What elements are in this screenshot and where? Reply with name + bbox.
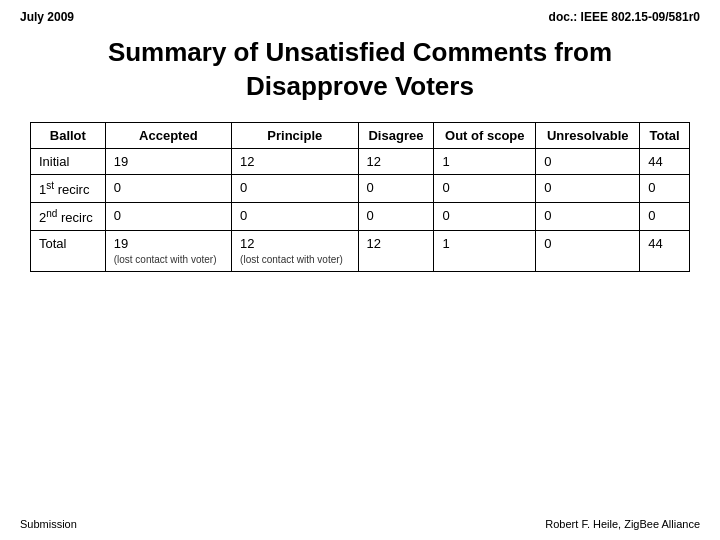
cell-disagree-total: 12 xyxy=(358,231,434,272)
cell-total-2nd: 0 xyxy=(640,202,690,230)
col-disagree: Disagree xyxy=(358,122,434,148)
superscript-nd: nd xyxy=(46,208,57,219)
cell-principle-2nd: 0 xyxy=(232,202,358,230)
header-date: July 2009 xyxy=(20,10,74,24)
footer-author: Robert F. Heile, ZigBee Alliance xyxy=(545,518,700,530)
col-ballot: Ballot xyxy=(31,122,106,148)
cell-oos-1st: 0 xyxy=(434,174,536,202)
footer: Submission Robert F. Heile, ZigBee Allia… xyxy=(20,518,700,530)
superscript-st: st xyxy=(46,180,54,191)
table-row: 1st recirc 0 0 0 0 0 0 xyxy=(31,174,690,202)
summary-table: Ballot Accepted Principle Disagree Out o… xyxy=(30,122,690,273)
cell-disagree-2nd: 0 xyxy=(358,202,434,230)
title-section: Summary of Unsatisfied Comments from Dis… xyxy=(0,28,720,122)
table-container: Ballot Accepted Principle Disagree Out o… xyxy=(0,122,720,273)
header-doc: doc.: IEEE 802.15-09/581r0 xyxy=(549,10,700,24)
cell-principle-initial: 12 xyxy=(232,148,358,174)
cell-unres-total: 0 xyxy=(536,231,640,272)
cell-unres-1st: 0 xyxy=(536,174,640,202)
cell-unres-2nd: 0 xyxy=(536,202,640,230)
col-unresolvable: Unresolvable xyxy=(536,122,640,148)
cell-principle-total: 12 (lost contact with voter) xyxy=(232,231,358,272)
cell-unres-initial: 0 xyxy=(536,148,640,174)
footer-submission: Submission xyxy=(20,518,77,530)
page-title: Summary of Unsatisfied Comments from Dis… xyxy=(20,36,700,104)
cell-total-initial: 44 xyxy=(640,148,690,174)
cell-ballot-initial: Initial xyxy=(31,148,106,174)
cell-disagree-initial: 12 xyxy=(358,148,434,174)
cell-principle-1st: 0 xyxy=(232,174,358,202)
cell-ballot-1st: 1st recirc xyxy=(31,174,106,202)
table-header-row: Ballot Accepted Principle Disagree Out o… xyxy=(31,122,690,148)
col-total: Total xyxy=(640,122,690,148)
principle-total-note: (lost contact with voter) xyxy=(240,254,343,265)
col-out-of-scope: Out of scope xyxy=(434,122,536,148)
cell-accepted-total: 19 (lost contact with voter) xyxy=(105,231,231,272)
col-accepted: Accepted xyxy=(105,122,231,148)
cell-total-total: 44 xyxy=(640,231,690,272)
cell-oos-total: 1 xyxy=(434,231,536,272)
table-row: 2nd recirc 0 0 0 0 0 0 xyxy=(31,202,690,230)
table-row: Total 19 (lost contact with voter) 12 (l… xyxy=(31,231,690,272)
cell-accepted-initial: 19 xyxy=(105,148,231,174)
cell-disagree-1st: 0 xyxy=(358,174,434,202)
header: July 2009 doc.: IEEE 802.15-09/581r0 xyxy=(0,0,720,28)
accepted-total-note: (lost contact with voter) xyxy=(114,254,217,265)
cell-total-1st: 0 xyxy=(640,174,690,202)
cell-ballot-2nd: 2nd recirc xyxy=(31,202,106,230)
cell-oos-2nd: 0 xyxy=(434,202,536,230)
cell-oos-initial: 1 xyxy=(434,148,536,174)
table-row: Initial 19 12 12 1 0 44 xyxy=(31,148,690,174)
cell-accepted-2nd: 0 xyxy=(105,202,231,230)
cell-accepted-1st: 0 xyxy=(105,174,231,202)
col-principle: Principle xyxy=(232,122,358,148)
cell-ballot-total: Total xyxy=(31,231,106,272)
